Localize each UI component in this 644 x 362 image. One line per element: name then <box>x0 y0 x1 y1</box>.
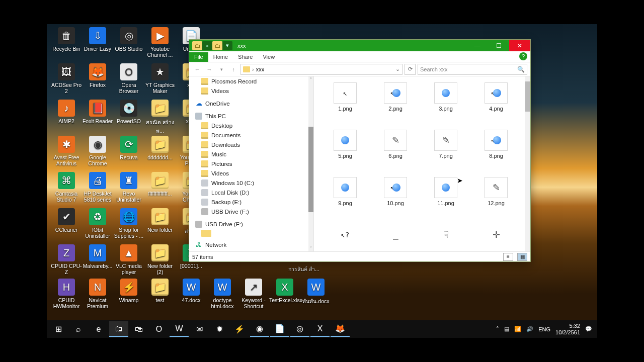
system-tray[interactable]: ˄ ▤ 📶 🔊 ENG 5:32 10/2/2561 💬 <box>496 323 595 335</box>
address-dropdown-icon[interactable]: ⌄ <box>395 66 400 72</box>
recent-dropdown[interactable]: ▾ <box>216 64 226 74</box>
tray-chevron-icon[interactable]: ˄ <box>496 326 499 332</box>
desktop-icon[interactable]: ZCPUID CPU-Z <box>51 244 82 275</box>
desktop-icon[interactable]: ▲VLC media player <box>113 244 144 275</box>
file-item[interactable]: ↖? <box>323 224 368 272</box>
taskbar-mail-button[interactable]: ✉ <box>190 321 209 337</box>
desktop-icon[interactable]: 🖼ACDSee Pro 2 <box>51 63 82 94</box>
desktop-icon[interactable]: 🦊Firefox <box>82 63 113 88</box>
tree-item[interactable]: This PC <box>189 111 308 121</box>
file-item[interactable]: ↖2.png <box>373 82 418 130</box>
tree-item[interactable]: Documents <box>189 130 308 140</box>
tree-item[interactable]: Videos <box>189 168 308 178</box>
search-input[interactable]: Search xxx 🔍 <box>418 64 527 75</box>
qat-dropdown-icon[interactable]: ▾ <box>222 41 232 50</box>
desktop-icon[interactable]: ▶Youtube Channel ... <box>144 27 176 58</box>
file-item[interactable]: ⎯ <box>373 224 418 272</box>
tree-item[interactable]: Music <box>189 149 308 159</box>
desktop-icon[interactable]: ⚡Winamp <box>113 279 144 303</box>
refresh-button[interactable]: ⟳ <box>405 64 416 75</box>
tray-notifications-icon[interactable]: 💬 <box>585 326 592 332</box>
file-item[interactable]: ↖1.png <box>323 82 368 130</box>
desktop-icon[interactable]: Wทันทัน.docx <box>300 279 332 306</box>
maximize-button[interactable]: ☐ <box>488 40 509 51</box>
taskbar-firefox-button[interactable]: 🦊 <box>331 321 350 337</box>
tab-home[interactable]: Home <box>208 52 233 62</box>
desktop-icon[interactable]: ★YT Graphics Maker <box>144 63 176 94</box>
file-item[interactable]: 3.png <box>423 82 468 130</box>
taskbar-search-button[interactable]: ⌕ <box>69 321 88 337</box>
desktop-icon[interactable]: HCPUID HWMonitor <box>51 279 82 309</box>
file-item[interactable]: 9.png <box>323 177 368 224</box>
file-item[interactable]: 5.png <box>323 130 368 177</box>
scroll-down-icon[interactable]: ˇ <box>308 245 313 251</box>
file-item[interactable]: ✎7.png <box>423 130 468 177</box>
tree-item[interactable]: Desktop <box>189 121 308 130</box>
desktop-icon[interactable]: ✱Avast Free Antivirus <box>51 136 82 166</box>
desktop-icon[interactable]: 📁ddddddd... <box>144 136 176 160</box>
desktop-icon[interactable]: ↗Keyword - Shortcut <box>238 279 269 309</box>
help-icon[interactable]: ? <box>519 52 527 60</box>
desktop-icon[interactable]: 🗑Recycle Bin <box>51 27 82 52</box>
desktop-icon[interactable]: MMalwareby... <box>82 244 113 269</box>
desktop-icon[interactable]: ♜Revo Uninstaller <box>113 172 144 203</box>
desktop-icon[interactable]: 📁ffffffffffffff... <box>144 172 176 197</box>
desktop-icon[interactable]: OOpera Browser <box>113 63 144 94</box>
tree-item-folder[interactable] <box>201 230 211 237</box>
tree-item[interactable]: ☁OneDrive <box>189 99 308 108</box>
tree-item[interactable]: Pictures <box>189 159 308 168</box>
desktop-icon[interactable]: 📕Foxit Reader <box>82 100 113 124</box>
taskbar-chrome-button[interactable]: ◉ <box>250 321 269 337</box>
address-bar[interactable]: › xxx ⌄ <box>240 64 403 75</box>
qat-save-icon[interactable]: ▫ <box>202 41 212 50</box>
scroll-up-icon[interactable]: ˆ <box>308 76 313 82</box>
desktop-icon[interactable]: 📁New folder (2) <box>144 244 176 275</box>
content-scrollbar[interactable] <box>525 76 530 251</box>
file-item[interactable]: ✎12.png <box>473 177 519 224</box>
tab-share[interactable]: Share <box>233 52 258 62</box>
file-item[interactable]: ✛ <box>473 224 519 272</box>
file-item[interactable]: ✎6.png <box>373 130 418 177</box>
taskbar-app-red-button[interactable]: ⚡ <box>230 321 249 337</box>
tree-item[interactable]: USB Drive (F:) <box>189 207 308 216</box>
file-item[interactable]: ↖4.png <box>473 82 519 130</box>
desktop-icon[interactable]: 📁ศรณิต สร้างพ... <box>144 100 176 135</box>
tray-language[interactable]: ENG <box>538 326 550 332</box>
tree-item[interactable]: 🖧Network <box>189 240 308 249</box>
back-button[interactable]: ← <box>192 64 202 74</box>
content-pane[interactable]: ↖1.png↖2.png3.png↖4.png5.png✎6.png✎7.png… <box>314 76 530 251</box>
desktop-icon[interactable]: ◎OBS Studio <box>113 27 144 52</box>
file-item[interactable]: ↖8.png <box>473 130 519 177</box>
tree-item[interactable]: Picosmos Record <box>189 76 308 86</box>
tab-view[interactable]: View <box>258 52 280 62</box>
desktop-icon[interactable]: 📁New folder <box>144 208 176 233</box>
tree-item[interactable]: USB Drive (F:) <box>189 219 308 229</box>
taskbar-edge-button[interactable]: e <box>89 321 108 337</box>
tree-item[interactable]: Windows 10 (C:) <box>189 178 308 188</box>
desktop-icon[interactable]: 💿PowerISO <box>113 100 144 124</box>
tree-item[interactable]: Videos <box>189 86 308 96</box>
taskbar-word-button[interactable]: W <box>170 321 189 337</box>
tree-item[interactable]: Backup (E:) <box>189 197 308 207</box>
qat-folder-icon[interactable]: 🗀 <box>192 41 202 50</box>
taskbar-store-button[interactable]: 🛍 <box>129 321 148 337</box>
desktop-icon[interactable]: ⌘Camtasia Studio 7 <box>51 172 82 203</box>
file-item[interactable]: ☟ <box>423 224 468 272</box>
tray-clock[interactable]: 5:32 10/2/2561 <box>555 323 580 335</box>
thumbnails-view-button[interactable]: ▦ <box>517 253 527 261</box>
desktop-icon[interactable]: XTestExcel.xlsx <box>269 279 300 303</box>
taskbar-app-yellow-button[interactable]: ✹ <box>210 321 229 337</box>
desktop-icon[interactable]: 🌐Shop for Supplies - ... <box>113 208 144 239</box>
up-button[interactable]: ↑ <box>228 64 238 74</box>
file-item[interactable]: ↖10.png <box>373 177 418 224</box>
qat-properties-icon[interactable]: 🗀 <box>212 41 222 50</box>
tree-scroll-thumb[interactable] <box>308 127 313 212</box>
forward-button[interactable]: → <box>204 64 214 74</box>
desktop-icon[interactable]: ✔CCleaner <box>51 208 82 233</box>
desktop-icon[interactable]: ◉Google Chrome <box>82 136 113 166</box>
titlebar[interactable]: 🗀 ▫ 🗀 ▾ xxx — ☐ ✕ <box>189 40 530 51</box>
desktop-icon[interactable]: NNavicat Premium <box>82 279 113 309</box>
tray-volume-icon[interactable]: 🔊 <box>526 326 533 332</box>
content-scroll-thumb[interactable] <box>525 81 530 112</box>
desktop-icon[interactable]: ⇩Driver Easy <box>82 27 113 52</box>
